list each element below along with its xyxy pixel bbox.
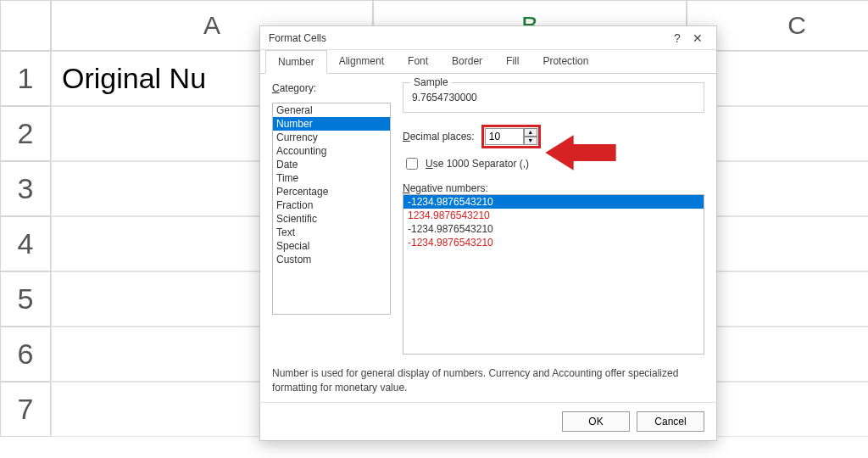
decimal-places-highlight: ▲ ▼ [481,125,541,148]
tab-font[interactable]: Font [396,50,440,73]
tab-fill[interactable]: Fill [494,50,531,73]
close-button[interactable]: ✕ [687,31,708,45]
negative-number-item[interactable]: -1234.9876543210 [403,222,704,236]
sample-label: Sample [410,76,452,88]
cancel-button[interactable]: Cancel [637,411,704,432]
row-header-6[interactable]: 6 [0,327,51,382]
row-header-2[interactable]: 2 [0,106,51,161]
category-item[interactable]: Scientific [273,212,390,226]
category-item[interactable]: Text [273,226,390,239]
category-list[interactable]: GeneralNumberCurrencyAccountingDateTimeP… [272,103,391,315]
row-header-7[interactable]: 7 [0,382,51,437]
category-item[interactable]: Time [273,171,390,185]
category-item[interactable]: Number [273,117,390,131]
format-cells-dialog: Format Cells ? ✕ Number Alignment Font B… [259,25,717,441]
tab-alignment[interactable]: Alignment [327,50,396,73]
ok-button[interactable]: OK [562,411,630,432]
category-item[interactable]: Custom [273,253,390,266]
category-item[interactable]: Fraction [273,198,390,212]
decimal-places-label: Decimal places: [403,131,475,142]
negative-number-item[interactable]: -1234.9876543210 [403,236,704,249]
sample-group: Sample 9.7654730000 [403,82,704,113]
sample-value: 9.7654730000 [412,92,695,103]
tab-border[interactable]: Border [440,50,494,73]
row-header-4[interactable]: 4 [0,216,51,271]
row-header-5[interactable]: 5 [0,271,51,327]
category-item[interactable]: Special [273,239,390,253]
negative-numbers-label: Negative numbers: [403,182,704,194]
category-item[interactable]: Date [273,158,390,171]
format-description: Number is used for general display of nu… [272,363,704,395]
use-1000-separator-label: Use 1000 Separator (,) [426,158,529,170]
dialog-titlebar[interactable]: Format Cells ? ✕ [260,26,716,50]
category-item[interactable]: Percentage [273,185,390,198]
negative-number-item[interactable]: -1234.9876543210 [403,195,704,209]
decimal-places-down[interactable]: ▼ [524,137,537,145]
category-item[interactable]: Accounting [273,144,390,158]
corner-cell[interactable] [0,0,51,51]
negative-number-item[interactable]: 1234.9876543210 [403,209,704,222]
tab-protection[interactable]: Protection [531,50,600,73]
use-1000-separator-checkbox[interactable] [406,158,418,170]
row-header-3[interactable]: 3 [0,161,51,216]
negative-numbers-list[interactable]: -1234.98765432101234.9876543210-1234.987… [403,194,704,355]
tab-number[interactable]: Number [265,50,327,74]
row-header-1[interactable]: 1 [0,51,51,106]
help-button[interactable]: ? [667,31,687,45]
decimal-places-up[interactable]: ▲ [524,128,537,137]
category-item[interactable]: Currency [273,131,390,144]
category-label: Category: [272,82,391,94]
category-item[interactable]: General [273,103,390,117]
decimal-places-input[interactable] [485,128,524,145]
dialog-tabs: Number Alignment Font Border Fill Protec… [260,50,716,74]
dialog-title: Format Cells [269,32,326,44]
